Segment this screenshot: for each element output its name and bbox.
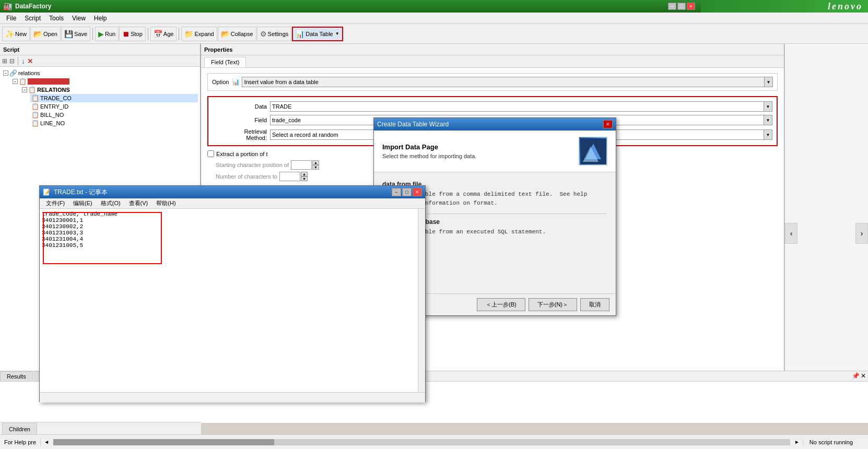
tree-root[interactable]: − 🔗 relations <box>2 69 198 77</box>
collapse-button[interactable]: 📂 Collapse <box>218 27 256 41</box>
field-icon-2: 📋 <box>31 103 39 110</box>
new-button[interactable]: ✨ New <box>2 27 30 41</box>
toolbar-sep3 <box>179 28 179 40</box>
option-row: Option 📊 Insert value from a data table … <box>207 73 778 91</box>
extract-label: Extract a portion of t <box>216 151 267 157</box>
properties-header: Properties <box>201 44 784 55</box>
script-down-arrow-icon[interactable]: ↓ <box>21 57 25 65</box>
close-panel-icon[interactable]: ✕ <box>861 372 866 380</box>
pin-icon[interactable]: 📌 <box>852 372 860 380</box>
data-select[interactable]: TRADE <box>270 101 772 112</box>
notepad-menu-format[interactable]: 格式(O) <box>97 198 125 208</box>
app-title: DataFactory <box>15 3 668 10</box>
titlebar-controls[interactable]: − □ × <box>668 3 695 10</box>
toolbar-sep1 <box>92 28 93 40</box>
entry-id-label: ENTRY_ID <box>40 103 68 110</box>
option-select[interactable]: Insert value from a data table <box>242 77 773 87</box>
tree-item-bill-no[interactable]: 📋 BILL_NO <box>30 111 198 119</box>
option-select-wrapper: Insert value from a data table ▼ <box>242 77 773 87</box>
data-row: Data TRADE ▼ <box>213 101 772 112</box>
wizard-next-btn[interactable]: 下一步(N)＞ <box>529 298 577 311</box>
option-icon: 📊 <box>232 78 240 86</box>
script-status: No script running <box>803 439 859 445</box>
extract-checkbox[interactable] <box>207 150 214 157</box>
wizard-title-bar[interactable]: Create Data Table Wizard ✕ <box>374 118 616 131</box>
notepad-scrollbar[interactable] <box>418 209 425 392</box>
wizard-close-btn[interactable]: ✕ <box>603 120 613 128</box>
notepad-minimize-btn[interactable]: − <box>392 188 401 196</box>
save-button[interactable]: 💾 Save <box>61 27 90 41</box>
numchars-label: Number of characters to <box>216 173 277 180</box>
notepad-icon: 📝 <box>43 188 51 196</box>
age-button[interactable]: 📅 Age <box>150 27 177 41</box>
age-label: Age <box>163 31 174 37</box>
menu-script[interactable]: Script <box>20 14 45 23</box>
line-no-label: LINE_NO <box>40 120 65 126</box>
numchars-up-arrow[interactable]: ▲ <box>301 172 308 176</box>
minimize-button[interactable]: − <box>668 3 676 10</box>
menu-help[interactable]: Help <box>90 14 111 23</box>
left-nav-arrow[interactable]: ‹ <box>785 223 797 244</box>
starting-up-arrow[interactable]: ▲ <box>312 160 319 165</box>
right-nav-arrow[interactable]: › <box>855 223 868 244</box>
stop-icon: ⏹ <box>122 30 130 38</box>
script-header: Script <box>0 44 200 55</box>
save-label: Save <box>74 31 87 37</box>
tab-results[interactable]: Results <box>0 371 33 381</box>
notepad-textarea[interactable] <box>40 209 418 392</box>
menu-file[interactable]: File <box>2 14 20 23</box>
numchars-input[interactable] <box>279 172 300 181</box>
tree-item-line-no[interactable]: 📋 LINE_NO <box>30 119 198 127</box>
tree-node-relations[interactable]: − 📋 RELATIONS <box>21 86 198 94</box>
scroll-right[interactable]: ► <box>791 439 803 445</box>
lenovo-text: lenovo <box>828 1 863 12</box>
script-grid2-icon: ⊟ <box>9 57 15 65</box>
settings-icon: ⚙ <box>260 30 267 38</box>
notepad-title-bar[interactable]: 📝 TRADE.txt - 记事本 − □ ✕ <box>40 186 425 198</box>
maximize-button[interactable]: □ <box>677 3 686 10</box>
numchars-down-arrow[interactable]: ▼ <box>301 176 308 181</box>
notepad-menu-view[interactable]: 查看(V) <box>125 198 153 208</box>
notepad-title-text: TRADE.txt - 记事本 <box>54 188 392 197</box>
relations-node-label: RELATIONS <box>37 87 70 93</box>
script-delete-icon[interactable]: ✕ <box>27 57 33 65</box>
notepad-maximize-btn[interactable]: □ <box>402 188 412 196</box>
close-button[interactable]: × <box>687 3 695 10</box>
app-icon: 🏭 <box>3 2 12 10</box>
run-label: Run <box>105 31 115 37</box>
datatable-label: Data Table <box>306 31 333 37</box>
bill-no-label: BILL_NO <box>40 112 64 118</box>
stop-button[interactable]: ⏹ Stop <box>119 27 146 41</box>
notepad-menu-help[interactable]: 帮助(H) <box>152 198 180 208</box>
script-label: Script <box>3 46 19 53</box>
run-button[interactable]: ▶ Run <box>95 27 119 41</box>
starting-down-arrow[interactable]: ▼ <box>312 165 319 170</box>
red-item <box>28 78 69 85</box>
collapse-icon: 📂 <box>221 30 230 38</box>
notepad-menu-edit[interactable]: 编辑(E) <box>69 198 97 208</box>
menu-tools[interactable]: Tools <box>45 14 68 23</box>
wizard-header: Import Data Page Select the method for i… <box>374 131 616 172</box>
wizard-cancel-btn[interactable]: 取消 <box>580 298 609 311</box>
starting-input[interactable] <box>291 160 312 170</box>
tree-item-entry-id[interactable]: 📋 ENTRY_ID <box>30 102 198 111</box>
data-table-button[interactable]: 📊 Data Table ▼ <box>292 27 343 41</box>
tree-node-red[interactable]: − 📋 <box>11 77 198 86</box>
tree-item-trade-co[interactable]: 📋 TRADE_CO <box>30 94 198 102</box>
menu-bar: File Script Tools View Help <box>0 13 868 24</box>
notepad-menu-file[interactable]: 文件(F) <box>42 198 69 208</box>
title-bar: 🏭 DataFactory lenovo − □ × <box>0 0 868 13</box>
properties-tabs: Field (Text) <box>201 55 784 68</box>
tab-field-text[interactable]: Field (Text) <box>204 57 246 67</box>
settings-button[interactable]: ⚙ Settings <box>257 27 292 41</box>
expand-button[interactable]: 📁 Expand <box>181 27 217 41</box>
table2-icon: 📋 <box>28 86 36 93</box>
open-button[interactable]: 📂 Open <box>30 27 61 41</box>
menu-view[interactable]: View <box>68 14 90 23</box>
field-icon-3: 📋 <box>31 111 39 119</box>
wizard-back-btn[interactable]: ＜上一步(B) <box>477 298 525 311</box>
scroll-left[interactable]: ◄ <box>41 439 52 445</box>
children-tab[interactable]: Children <box>2 423 37 434</box>
relations-label: relations <box>18 70 40 76</box>
notepad-close-btn[interactable]: ✕ <box>413 188 422 196</box>
